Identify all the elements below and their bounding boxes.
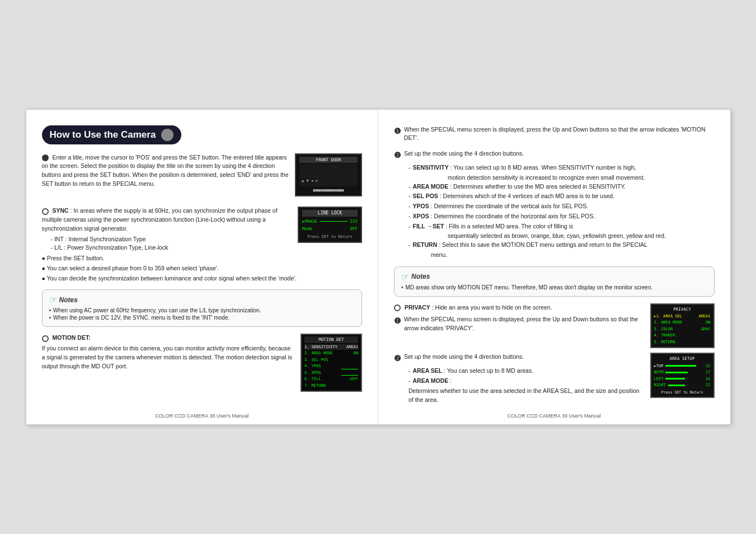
page-wrapper: How to Use the Camera FRONT DOOR ▲ ▼ ◄ ►… xyxy=(0,0,756,534)
right-page: ❶ When the SPECIAL menu screen is displa… xyxy=(378,110,730,425)
ps-row-1: ►1. AREA SELAREA1 xyxy=(654,313,711,320)
ps-row-2: 2. AREA MODEON xyxy=(654,320,711,326)
ps-row-3: 3. COLORGRAY xyxy=(654,326,711,332)
ll-label-row: - L/L : Power Synchronization Type, Line… xyxy=(42,243,363,252)
notes-header-left: ☞ Notes xyxy=(49,294,355,305)
notes-item-right-1: • MD areas show only MOTION DET menu. Th… xyxy=(401,284,707,291)
ms-row-2: 2. AREA MODEON xyxy=(304,350,358,357)
phase-row: ►PHASE 225 xyxy=(302,218,358,224)
notes-icon-right: ☞ xyxy=(401,271,409,282)
fill-cont: sequentially selected as brown, orange, … xyxy=(403,232,715,241)
ms-row-6: 6. FILL→OFF xyxy=(304,376,358,382)
motion-det-block: MOTION DET 1. SENSITIVITYAREA1 2. AREA M… xyxy=(42,334,363,392)
notes-box-right: ☞ Notes • MD areas show only MOTION DET … xyxy=(394,266,715,297)
sync-block: LINE LOCK ►PHASE 225 Mode OFF Press SET … xyxy=(42,207,363,283)
screen-mockup: FRONT DOOR ▲ ▼ ◄ ► ■■■■■■■■■■■■■ xyxy=(295,153,362,197)
title-entry-block: FRONT DOOR ▲ ▼ ◄ ► ■■■■■■■■■■■■■ Enter a… xyxy=(42,153,363,200)
notes-header-right: ☞ Notes xyxy=(401,271,707,282)
linelock-footer: Press SET to Return xyxy=(302,234,358,240)
spread: How to Use the Camera FRONT DOOR ▲ ▼ ◄ ►… xyxy=(26,109,731,425)
ps-row-5: 5. RETURN. xyxy=(654,339,711,345)
press-set-row: ● Press the SET button. xyxy=(42,254,363,263)
ms-row-3: 3. SEL POS xyxy=(304,357,358,363)
return-cont: menu. xyxy=(403,251,715,260)
mode-row: Mode OFF xyxy=(302,226,358,232)
privacy-circle-icon xyxy=(394,305,401,311)
notes-dot-1: • xyxy=(49,307,51,313)
dash-sensitivity: - SENSITIVITY : You can select up to 8 M… xyxy=(408,163,715,172)
as-row-top: ►TOP 32 xyxy=(654,363,711,369)
sync-decide-row: ● You can decide the synchronization bet… xyxy=(42,274,363,283)
dash-ypos: - YPOS : Determines the coordinate of th… xyxy=(408,202,715,211)
dash-return: - RETURN : Select this to save the MOTIO… xyxy=(408,241,715,250)
linelock-screen-container: LINE LOCK ►PHASE 225 Mode OFF Press SET … xyxy=(298,207,362,243)
as-row-botm: BOTM 27 xyxy=(654,369,711,376)
privacy-intro: PRIVACY ►1. AREA SELAREA1 2. AREA MODEON… xyxy=(394,303,715,349)
bullet-icon xyxy=(42,154,49,161)
step2-items: - SENSITIVITY : You can select up to 8 M… xyxy=(394,163,715,260)
notes-icon-left: ☞ xyxy=(49,294,57,305)
privacy-step2-block: AREA SETUP ►TOP 32 BOTM xyxy=(394,353,715,404)
header-circle-icon xyxy=(161,129,173,141)
ms-row-4: 4. YPOS xyxy=(304,363,358,369)
right-page-num: COLOR CCD CAMERA 39 User's Manual xyxy=(508,413,601,419)
notes-dot-right-1: • xyxy=(401,284,403,291)
sensitivity-cont: motion detection sensitivity is increase… xyxy=(403,174,715,182)
area-screen: AREA SETUP ►TOP 32 BOTM xyxy=(650,353,715,398)
dash-xpos: - XPOS : Determines the coordinate of th… xyxy=(408,212,715,221)
section-header: How to Use the Camera xyxy=(42,125,182,144)
right-step2-block: ❷ Set up the mode using the 4 direction … xyxy=(394,149,715,260)
ps-row-4: 4. TRANSP. xyxy=(654,332,711,339)
title-screen: FRONT DOOR ▲ ▼ ◄ ► ■■■■■■■■■■■■■ xyxy=(295,153,362,197)
ms-row-5: 5. XPOS xyxy=(304,370,358,376)
linelock-screen: LINE LOCK ►PHASE 225 Mode OFF Press SET … xyxy=(298,207,362,243)
motion-screen-container: MOTION DET 1. SENSITIVITYAREA1 2. AREA M… xyxy=(300,334,362,392)
motion-screen: MOTION DET 1. SENSITIVITYAREA1 2. AREA M… xyxy=(300,334,362,392)
notes-box-left: ☞ Notes • When using AC power at 60Hz fr… xyxy=(42,289,363,327)
left-page: How to Use the Camera FRONT DOOR ▲ ▼ ◄ ►… xyxy=(26,110,379,425)
ms-row-1: 1. SENSITIVITYAREA1 xyxy=(304,344,358,350)
sync-circle-icon xyxy=(42,208,49,215)
notes-dot-2: • xyxy=(49,315,51,321)
priv-area-mode: - AREA MODE : xyxy=(408,377,645,386)
privacy-block: PRIVACY ►1. AREA SELAREA1 2. AREA MODEON… xyxy=(394,303,715,405)
left-page-num: COLOR CCD CAMERA 38 User's Manual xyxy=(155,413,248,419)
phase-select-row: ● You can select a desired phase from 0 … xyxy=(42,264,363,273)
dash-fill: - FILL →SET : Fills in a selected MD are… xyxy=(408,222,715,231)
notes-item-1: • When using AC power at 60Hz frequency,… xyxy=(49,307,355,313)
right-step1-block: ❶ When the SPECIAL menu screen is displa… xyxy=(394,125,715,143)
motion-circle-icon xyxy=(42,335,49,342)
privacy-screen-container: PRIVACY ►1. AREA SELAREA1 2. AREA MODEON… xyxy=(650,303,715,349)
area-screen-container: AREA SETUP ►TOP 32 BOTM xyxy=(650,353,715,398)
dash-selpos: - SEL POS : Determines which of the 4 ve… xyxy=(408,192,715,201)
right-step1: ❶ When the SPECIAL menu screen is displa… xyxy=(394,125,715,143)
privacy-screen: PRIVACY ►1. AREA SELAREA1 2. AREA MODEON… xyxy=(650,303,715,349)
ms-row-7: 7. RETURN xyxy=(304,383,358,389)
notes-item-2: • When the power is DC 12V, the SYNC. me… xyxy=(49,315,355,321)
dash-areamode: - AREA MODE : Determines whether to use … xyxy=(408,182,715,191)
page-title: How to Use the Camera xyxy=(50,129,156,140)
priv-area-sel: - AREA SEL : You can select up to 8 MD a… xyxy=(408,367,645,376)
as-row-left: LEFT 41 xyxy=(654,376,711,382)
right-step2: ❷ Set up the mode using the 4 direction … xyxy=(394,149,715,161)
as-row-right: RIGHT 27 xyxy=(654,382,711,388)
